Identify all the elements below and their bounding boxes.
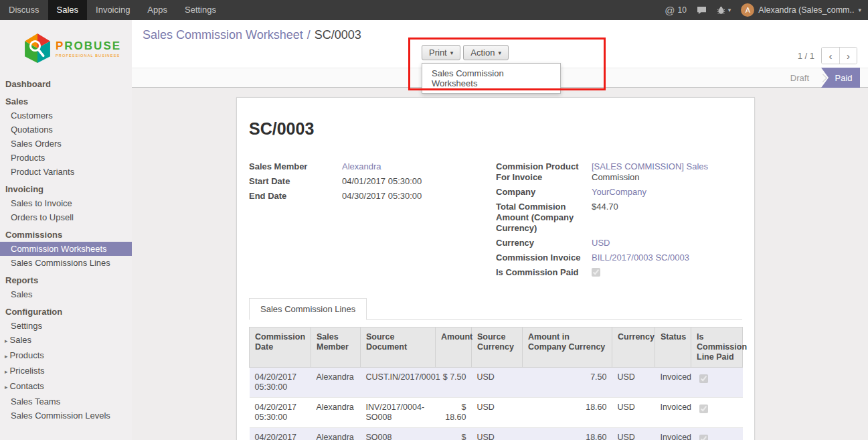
line-paid-checkbox[interactable]: [699, 435, 708, 440]
pager-next-button[interactable]: ›: [839, 48, 857, 64]
sidebar-item-label: Sales: [10, 335, 32, 345]
menu-discuss[interactable]: Discuss: [0, 0, 48, 20]
bug-icon: [717, 6, 725, 15]
sidebar-section-invoicing[interactable]: Invoicing: [0, 182, 132, 196]
sidebar-item-config-contacts[interactable]: ▸Contacts: [0, 379, 132, 394]
menu-apps[interactable]: Apps: [139, 0, 176, 20]
pager-previous-button[interactable]: ‹: [822, 48, 839, 64]
field-is-commission-paid: Is Commission Paid: [496, 267, 742, 279]
end-date-value: 04/30/2017 05:30:00: [342, 191, 422, 202]
action-button-label: Action: [470, 48, 495, 58]
field-company: Company YourCompany: [496, 187, 742, 198]
total-commission-value: $44.70: [592, 202, 618, 212]
menu-settings[interactable]: Settings: [176, 0, 225, 20]
cell-amount: $ 7.50: [436, 368, 472, 398]
sidebar-item-quotations[interactable]: Quotations: [0, 123, 132, 137]
field-total-commission: Total Commision Amount (Company Currency…: [496, 202, 742, 234]
chevron-down-icon: ▾: [728, 7, 731, 13]
cell-amount: $ 18.60: [436, 428, 472, 440]
sidebar-item-sales-commissions-lines[interactable]: Sales Commissions Lines: [0, 256, 132, 270]
breadcrumb-parent-link[interactable]: Sales Commission Worksheet: [143, 28, 303, 42]
topbar-right: @ 10 ▾ A Alexandra (Sales_comm.. ▾: [665, 0, 868, 20]
is-commission-paid-checkbox[interactable]: [592, 268, 600, 277]
line-paid-checkbox[interactable]: [699, 374, 708, 383]
sidebar-item-config-pricelists[interactable]: ▸Pricelists: [0, 364, 132, 379]
debug-menu-button[interactable]: ▾: [717, 6, 731, 15]
cell-currency: USD: [612, 428, 655, 440]
menu-invoicing[interactable]: Invoicing: [87, 0, 139, 20]
field-label: Start Date: [249, 176, 342, 187]
commission-product-link[interactable]: [SALES COMMISSION] Sales: [592, 161, 708, 171]
sidebar-item-reports-sales[interactable]: Sales: [0, 287, 132, 301]
cell-currency: USD: [612, 368, 655, 398]
line-paid-checkbox[interactable]: [699, 405, 708, 413]
cell-date: 04/20/2017 10:35:53: [250, 428, 311, 440]
sidebar-item-product-variants[interactable]: Product Variants: [0, 165, 132, 179]
messages-button[interactable]: [697, 6, 707, 15]
chevron-down-icon: ▾: [450, 50, 454, 56]
toolbar: Print▾ Action▾: [422, 45, 509, 60]
sidebar-section-configuration[interactable]: Configuration: [0, 305, 132, 319]
cell-member: Alexandra: [311, 428, 361, 440]
sidebar-item-config-products[interactable]: ▸Products: [0, 348, 132, 364]
cell-doc: CUST.IN/2017/0001: [361, 368, 436, 398]
field-label: Is Commission Paid: [496, 267, 592, 278]
cell-member: Alexandra: [311, 398, 361, 428]
sidebar-item-sales-teams[interactable]: Sales Teams: [0, 394, 132, 409]
sidebar-section-sales[interactable]: Sales: [0, 94, 132, 108]
sidebar-item-sales-commission-levels[interactable]: Sales Commission Levels: [0, 409, 132, 423]
caret-right-icon: ▸: [5, 338, 8, 344]
sidebar-item-config-settings[interactable]: Settings: [0, 319, 132, 333]
col-sales-member: Sales Member: [311, 327, 361, 368]
mentions-button[interactable]: @ 10: [665, 5, 687, 16]
action-button[interactable]: Action▾: [463, 45, 509, 60]
breadcrumb: Sales Commission Worksheet/SC/0003: [143, 28, 361, 42]
chevron-down-icon: ▾: [858, 7, 861, 13]
tab-sales-commission-lines[interactable]: Sales Commission Lines: [249, 298, 367, 320]
pager: 1 / 1 ‹ ›: [798, 47, 857, 64]
col-is-commission-line-paid: Is Commission Line Paid: [691, 327, 743, 368]
cell-amount-company: 18.60: [523, 428, 612, 440]
company-link[interactable]: YourCompany: [592, 187, 646, 197]
probuse-logo-icon: [23, 32, 52, 64]
sidebar-item-label: Products: [10, 350, 44, 360]
top-menu: Discuss Sales Invoicing Apps Settings: [0, 0, 225, 20]
table-row[interactable]: 04/20/2017 05:30:00 Alexandra CUST.IN/20…: [250, 368, 743, 398]
table-row[interactable]: 04/20/2017 10:35:53 Alexandra SO008 $ 18…: [250, 428, 743, 440]
field-start-date: Start Date 04/01/2017 05:30:00: [249, 176, 496, 187]
commission-lines-table: Commission Date Sales Member Source Docu…: [249, 327, 743, 440]
sidebar-section-commissions[interactable]: Commissions: [0, 228, 132, 242]
sidebar-item-orders-to-upsell[interactable]: Orders to Upsell: [0, 210, 132, 224]
currency-link[interactable]: USD: [592, 238, 610, 248]
user-name-label: Alexandra (Sales_comm..: [758, 5, 854, 15]
sidebar-section-reports[interactable]: Reports: [0, 273, 132, 287]
col-commission-date: Commission Date: [250, 327, 311, 368]
cell-doc: INV/2017/0004-SO008: [361, 398, 436, 428]
cell-currency: USD: [612, 398, 655, 428]
cell-status: Invoiced: [655, 398, 691, 428]
sidebar-item-commission-worksheets[interactable]: Commission Worksheets: [0, 242, 132, 256]
sales-member-link[interactable]: Alexandra: [342, 161, 381, 171]
cell-member: Alexandra: [311, 368, 361, 398]
sidebar: PROBUSE PROFESSIONAL BUSINESS Dashboard …: [0, 20, 132, 440]
commission-invoice-link[interactable]: BILL/2017/0003 SC/0003: [592, 252, 689, 263]
sidebar-item-label: Pricelists: [10, 366, 45, 376]
sidebar-item-sales-to-invoice[interactable]: Sales to Invoice: [0, 196, 132, 210]
menu-item-sales-commission-worksheets[interactable]: Sales Commission Worksheets: [422, 64, 560, 93]
menu-sales[interactable]: Sales: [48, 0, 88, 20]
sidebar-item-customers[interactable]: Customers: [0, 108, 132, 123]
content-area: SC/0003 Sales Member Alexandra Start Dat…: [132, 88, 868, 440]
sidebar-item-sales-orders[interactable]: Sales Orders: [0, 137, 132, 151]
sidebar-item-dashboard[interactable]: Dashboard: [0, 77, 132, 91]
field-label: End Date: [249, 191, 342, 202]
sidebar-item-products[interactable]: Products: [0, 151, 132, 165]
cell-amount-company: 18.60: [523, 398, 612, 428]
sidebar-item-config-sales[interactable]: ▸Sales: [0, 333, 132, 348]
field-label: Currency: [496, 238, 592, 248]
cell-line-paid: [691, 368, 743, 398]
table-row[interactable]: 04/20/2017 05:30:00 Alexandra INV/2017/0…: [250, 398, 743, 428]
table-header-row: Commission Date Sales Member Source Docu…: [250, 327, 743, 368]
status-draft[interactable]: Draft: [790, 73, 809, 83]
print-button[interactable]: Print▾: [422, 45, 460, 60]
user-menu[interactable]: A Alexandra (Sales_comm.. ▾: [741, 3, 861, 17]
